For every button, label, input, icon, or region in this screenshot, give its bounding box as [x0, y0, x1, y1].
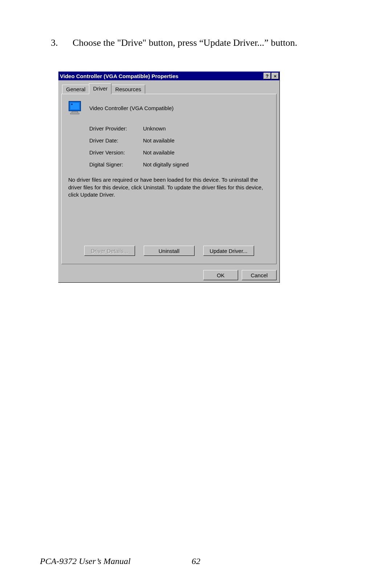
- label-version: Driver Version:: [89, 149, 143, 156]
- properties-dialog: Video Controller (VGA Compatible) Proper…: [58, 71, 280, 283]
- help-button[interactable]: ?: [264, 73, 271, 79]
- svg-rect-4: [70, 113, 79, 114]
- value-signer: Not digitally signed: [143, 161, 270, 168]
- tab-general[interactable]: General: [62, 85, 89, 94]
- label-signer: Digital Signer:: [89, 161, 143, 168]
- close-button[interactable]: ×: [271, 73, 279, 79]
- page-footer: PCA-9372 User’s Manual 62: [40, 556, 352, 566]
- value-date: Not available: [143, 137, 270, 144]
- step-text: Choose the "Drive" button, press “Update…: [73, 36, 352, 49]
- monitor-icon: [68, 101, 83, 115]
- instruction-step: 3. Choose the "Drive" button, press “Upd…: [51, 36, 352, 49]
- step-number: 3.: [51, 36, 73, 49]
- document-page: 3. Choose the "Drive" button, press “Upd…: [0, 0, 392, 588]
- tab-resources[interactable]: Resources: [111, 85, 145, 94]
- row-provider: Driver Provider: Unknown: [89, 125, 270, 132]
- tab-strip: General Driver Resources: [62, 83, 277, 94]
- driver-details-button: Driver Details...: [84, 246, 135, 256]
- dialog-body: General Driver Resources V: [58, 80, 279, 268]
- driver-info: Driver Provider: Unknown Driver Date: No…: [89, 125, 270, 168]
- device-name: Video Controller (VGA Compatible): [89, 105, 173, 111]
- row-signer: Digital Signer: Not digitally signed: [89, 161, 270, 168]
- label-provider: Driver Provider:: [89, 125, 143, 132]
- label-date: Driver Date:: [89, 137, 143, 144]
- svg-rect-2: [71, 104, 73, 105]
- value-provider: Unknown: [143, 125, 270, 132]
- svg-rect-3: [72, 112, 78, 113]
- row-date: Driver Date: Not available: [89, 137, 270, 144]
- footer-page-number: 62: [192, 556, 200, 566]
- device-header: Video Controller (VGA Compatible): [68, 101, 270, 115]
- driver-tab-panel: Video Controller (VGA Compatible) Driver…: [61, 94, 277, 264]
- footer-manual-title: PCA-9372 User’s Manual: [40, 556, 131, 566]
- update-driver-button[interactable]: Update Driver...: [203, 246, 254, 256]
- driver-description: No driver files are required or have bee…: [68, 176, 270, 198]
- tab-driver[interactable]: Driver: [89, 83, 111, 94]
- titlebar: Video Controller (VGA Compatible) Proper…: [58, 72, 279, 80]
- window-title: Video Controller (VGA Compatible) Proper…: [60, 73, 264, 79]
- cancel-button[interactable]: Cancel: [242, 270, 277, 280]
- ok-button[interactable]: OK: [203, 270, 238, 280]
- value-version: Not available: [143, 149, 270, 156]
- row-version: Driver Version: Not available: [89, 149, 270, 156]
- uninstall-button[interactable]: Uninstall: [144, 246, 195, 256]
- driver-buttons: Driver Details... Uninstall Update Drive…: [68, 246, 270, 256]
- dialog-footer: OK Cancel: [58, 268, 279, 282]
